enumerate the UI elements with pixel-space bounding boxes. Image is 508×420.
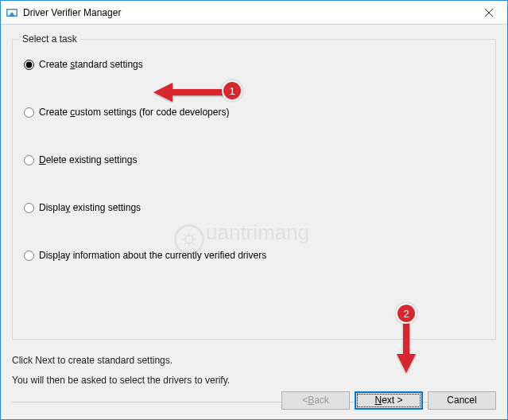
option-create-standard[interactable]: Create standard settings <box>24 59 484 70</box>
app-icon <box>6 6 18 19</box>
option-create-custom[interactable]: Create custom settings (for code develop… <box>24 107 484 118</box>
task-groupbox: Select a task Create standard settings C… <box>12 39 496 340</box>
next-button[interactable]: Next > <box>355 391 423 410</box>
radio-label: Display existing settings <box>39 202 141 213</box>
option-display-info[interactable]: Display information about the currently … <box>24 250 484 261</box>
close-icon <box>485 9 493 17</box>
radio-label: Create standard settings <box>39 59 143 70</box>
dialog-body: Select a task Create standard settings C… <box>1 25 507 381</box>
groupbox-legend: Select a task <box>19 33 80 45</box>
radio-input[interactable] <box>24 107 34 118</box>
hint-line-1: Click Next to create standard settings. <box>12 351 496 371</box>
radio-label: Display information about the currently … <box>39 250 266 261</box>
button-row: < Back Next > Cancel <box>1 381 507 419</box>
title-bar: Driver Verifier Manager <box>1 1 507 25</box>
window-title: Driver Verifier Manager <box>23 7 471 18</box>
radio-input[interactable] <box>24 251 34 261</box>
cancel-button[interactable]: Cancel <box>428 391 496 410</box>
radio-label: Create custom settings (for code develop… <box>39 107 229 118</box>
task-radio-list: Create standard settings Create custom s… <box>13 40 495 270</box>
option-display-existing[interactable]: Display existing settings <box>24 202 484 213</box>
radio-input[interactable] <box>24 203 34 213</box>
radio-label: Delete existing settings <box>39 154 137 165</box>
close-button[interactable] <box>471 1 507 25</box>
back-button: < Back <box>281 391 350 410</box>
dialog-window: Driver Verifier Manager Select a task Cr… <box>0 0 508 420</box>
radio-input[interactable] <box>24 155 34 165</box>
radio-input[interactable] <box>24 60 34 70</box>
option-delete-existing[interactable]: Delete existing settings <box>24 154 484 165</box>
